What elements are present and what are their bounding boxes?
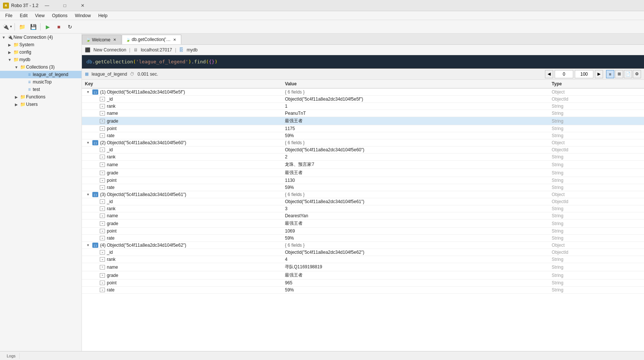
open-button[interactable]: 📁 — [17, 22, 27, 32]
menu-edit[interactable]: Edit — [16, 12, 31, 19]
table-row: ≡ point 965 String — [82, 280, 644, 287]
data-area: Key Value Type ▼ { } (1) ObjectId("5c4f1… — [82, 80, 644, 351]
query-text: db.getCollection('league_of_legend').fin… — [86, 58, 217, 66]
table-row: ≡ rate 59% String — [82, 184, 644, 191]
toggle-config[interactable]: ▶ — [7, 50, 13, 54]
view-tree-button[interactable]: ≡ — [606, 70, 614, 78]
table-row: ≡ point 1069 String — [82, 228, 644, 235]
sidebar-item-functions[interactable]: ▶ 📁 Functions — [0, 93, 82, 101]
row-type-3: Object — [552, 243, 565, 248]
view-table-button[interactable]: ⊞ — [615, 70, 623, 78]
minimize-button[interactable]: — — [38, 0, 55, 11]
nav-page-from[interactable] — [555, 70, 573, 78]
field-key-0-5: rate — [107, 133, 115, 138]
results-time: 0.001 sec. — [137, 72, 158, 77]
field-key-3-3: grade — [107, 273, 118, 278]
field-type-3-1: String — [552, 257, 563, 262]
view-custom-button[interactable]: ⚙ — [633, 70, 641, 78]
field-type-2-0: ObjectId — [552, 199, 568, 204]
doc-icon-2: { } — [92, 192, 98, 197]
table-row: ≡ grade 最强王者 String — [82, 117, 644, 125]
nav-page-to[interactable] — [575, 70, 593, 78]
tab-query[interactable]: 🍃 db.getCollection('… ✕ — [122, 35, 181, 44]
table-row: ≡ grade 最强王者 String — [82, 169, 644, 177]
stop-button[interactable]: ■ — [54, 22, 64, 32]
field-key-1-5: rate — [107, 185, 115, 190]
sidebar-item-collections[interactable]: ▼ 📁 Collections (3) — [0, 63, 82, 71]
sidebar-item-musictop[interactable]: ≡ musicTop — [0, 78, 82, 86]
menu-window[interactable]: Window — [71, 12, 95, 19]
toggle-functions[interactable]: ▶ — [13, 95, 19, 99]
close-button[interactable]: ✕ — [74, 0, 91, 11]
row-key-1: (2) ObjectId("5c4f11a8ea2dc34d104f5e60") — [100, 140, 186, 145]
refresh-button[interactable]: ↻ — [65, 22, 75, 32]
save-button[interactable]: 💾 — [28, 22, 38, 32]
row-type-0: Object — [552, 89, 565, 95]
folder-icon-mydb: 📁 — [13, 57, 19, 63]
toggle-users[interactable]: ▶ — [13, 102, 19, 107]
field-icon: ≡ — [100, 214, 105, 218]
field-type-1-5: String — [552, 185, 563, 190]
field-value-1-1: 2 — [285, 154, 287, 160]
toggle-collections[interactable]: ▼ — [13, 65, 19, 69]
table-row: ▼ { } (2) ObjectId("5c4f11a8ea2dc34d104f… — [82, 139, 644, 146]
sidebar-item-mydb[interactable]: ▼ 📁 mydb — [0, 56, 82, 63]
menu-view[interactable]: View — [31, 12, 48, 19]
field-icon: ≡ — [100, 155, 105, 159]
row-fields-0: { 6 fields } — [285, 89, 305, 95]
sidebar-item-test[interactable]: ≡ test — [0, 86, 82, 93]
toggle-mydb[interactable]: ▼ — [7, 58, 13, 62]
results-bar: ▦ league_of_legend ⏱ 0.001 sec. ◀ ▶ ≡ ⊞ … — [82, 69, 644, 80]
row-fields-3: { 6 fields } — [285, 243, 305, 248]
view-text-button[interactable]: 📄 — [624, 70, 632, 78]
table-row: ≡ grade 最强王者 String — [82, 271, 644, 280]
nav-next-button[interactable]: ▶ — [595, 70, 603, 78]
new-connection-icon: 🔌 — [3, 24, 9, 30]
sidebar-item-system[interactable]: ▶ 📁 System — [0, 41, 82, 48]
field-value-0-1: 1 — [285, 104, 287, 109]
field-icon: ≡ — [100, 221, 105, 226]
logs-tab[interactable]: Logs — [3, 353, 20, 359]
new-connection-dropdown[interactable]: 🔌 ▼ — [2, 22, 13, 32]
menu-file[interactable]: File — [1, 12, 16, 19]
run-button[interactable]: ▶ — [42, 22, 53, 32]
table-row: ▼ { } (3) ObjectId("5c4f11a8ea2dc34d104f… — [82, 191, 644, 198]
tab-welcome[interactable]: 🍃 Welcome ✕ — [82, 35, 121, 44]
sidebar-item-users[interactable]: ▶ 📁 Users — [0, 101, 82, 108]
field-icon: ≡ — [100, 133, 105, 138]
menu-options[interactable]: Options — [48, 12, 71, 19]
expand-icon-3[interactable]: ▼ — [86, 243, 92, 247]
expand-icon-1[interactable]: ▼ — [86, 141, 92, 145]
sidebar-item-new-connection[interactable]: ▼ 🔌 New Connection (4) — [0, 34, 82, 41]
table-row: ≡ name 寻队Q1169198819 String — [82, 263, 644, 271]
toolbar: 🔌 ▼ 📁 💾 ▶ ■ ↻ — [0, 20, 644, 34]
table-row: ≡ rank 3 String — [82, 205, 644, 212]
bottom-bar: Logs — [0, 351, 644, 360]
query-editor[interactable]: db.getCollection('league_of_legend').fin… — [82, 55, 644, 69]
toggle-new-connection[interactable]: ▼ — [1, 35, 7, 40]
table-row: ≡ rank 2 String — [82, 154, 644, 161]
field-key-0-3: grade — [107, 119, 118, 124]
row-key-2: (3) ObjectId("5c4f11a8ea2dc34d104f5e61") — [100, 192, 186, 197]
main-area: ▼ 🔌 New Connection (4) ▶ 📁 System ▶ 📁 co… — [0, 34, 644, 351]
content-area: 🍃 Welcome ✕ 🍃 db.getCollection('… ✕ ⬛ Ne… — [82, 34, 644, 351]
sidebar-item-config[interactable]: ▶ 📁 config — [0, 48, 82, 56]
field-key-1-4: point — [107, 178, 117, 183]
sidebar-label-users: Users — [26, 102, 82, 107]
sidebar-item-league-of-legend[interactable]: ≡ league_of_legend — [0, 71, 82, 78]
field-value-2-2: DearestYan — [285, 213, 308, 218]
field-icon: ≡ — [100, 288, 105, 292]
field-icon: ≡ — [100, 199, 105, 204]
expand-icon-0[interactable]: ▼ — [86, 90, 92, 94]
toggle-system[interactable]: ▶ — [7, 43, 13, 47]
tab-query-close[interactable]: ✕ — [172, 37, 177, 42]
tab-welcome-close[interactable]: ✕ — [112, 37, 117, 42]
tab-query-label: db.getCollection('… — [132, 37, 170, 42]
expand-icon-2[interactable]: ▼ — [86, 193, 92, 196]
maximize-button[interactable]: □ — [56, 0, 73, 11]
field-type-0-4: String — [552, 126, 563, 131]
menu-help[interactable]: Help — [95, 12, 111, 19]
query-path-host: localhost:27017 — [141, 47, 172, 53]
nav-prev-button[interactable]: ◀ — [545, 70, 553, 78]
query-db: db — [86, 59, 92, 64]
